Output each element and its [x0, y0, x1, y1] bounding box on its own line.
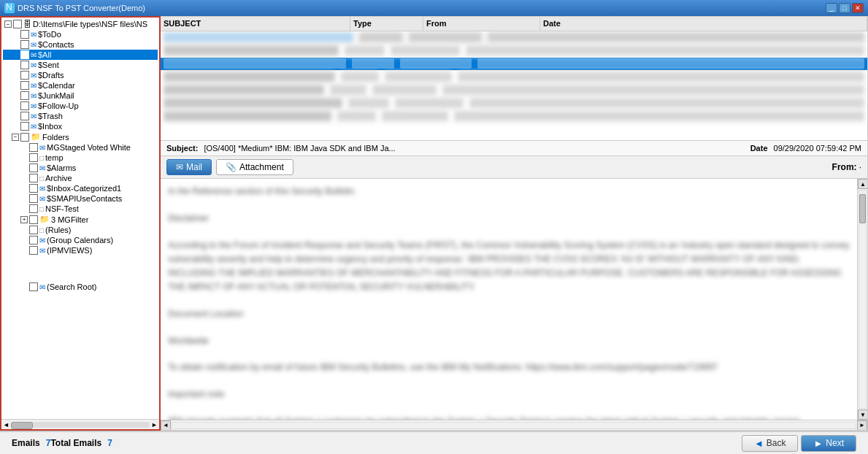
preview-line-8: IBM strongly suggests that all System z …	[168, 415, 850, 420]
ipmviews-checkbox[interactable]	[29, 246, 38, 255]
preview-hscrollbar[interactable]: ◄ ►	[161, 420, 867, 430]
tree-item-archive[interactable]: □ Archive	[3, 173, 158, 183]
tree-item-nsftest[interactable]: □ NSF-Test	[3, 204, 158, 214]
tree-item-calendar[interactable]: ✉ $Calendar	[3, 80, 158, 91]
vscroll-up-btn[interactable]: ▲	[858, 179, 867, 189]
smapi-checkbox[interactable]	[29, 194, 38, 203]
left-scroll-track[interactable]	[11, 422, 150, 428]
group-cal-checkbox[interactable]	[29, 236, 38, 245]
minimize-button[interactable]: _	[826, 3, 837, 13]
table-row[interactable]	[161, 45, 867, 58]
tree-item-drafts[interactable]: ✉ $Drafts	[3, 70, 158, 80]
tree-item-contacts[interactable]: ✉ $Contacts	[3, 39, 158, 50]
table-row[interactable]	[161, 84, 867, 97]
table-row[interactable]	[161, 110, 867, 123]
tree-root-item[interactable]: − 🗄 D:\Items\File types\NSF files\NS	[3, 19, 158, 29]
calendar-checkbox[interactable]	[20, 81, 29, 90]
folders-folder-icon: 📁	[31, 132, 41, 142]
col-header-date[interactable]: Date	[540, 17, 867, 31]
sent-checkbox[interactable]	[20, 61, 29, 69]
tree-item-ipmviews[interactable]: ✉ (IPMVIEWS)	[3, 245, 158, 255]
root-checkbox[interactable]	[13, 20, 22, 28]
table-row[interactable]	[161, 71, 867, 84]
search-root-checkbox[interactable]	[29, 282, 38, 291]
all-checkbox[interactable]	[20, 50, 29, 59]
inbox-mail-icon: ✉	[31, 123, 37, 131]
table-row[interactable]	[161, 97, 867, 110]
followup-label: $Follow-Up	[38, 101, 79, 110]
next-button[interactable]: ► Next	[801, 435, 856, 452]
vscroll-down-btn[interactable]: ▼	[858, 409, 867, 420]
preview-text[interactable]: In the Reference section of this Securit…	[161, 179, 857, 420]
tree-item-junkmail[interactable]: ✉ $JunkMail	[3, 91, 158, 101]
subject-value: [OS/400] *Medium* IBM: IBM Java SDK and …	[204, 144, 737, 153]
email-date	[442, 85, 864, 95]
tree-item-smapi[interactable]: ✉ $SMAPIUseContacts	[3, 193, 158, 204]
tab-mail[interactable]: ✉ Mail	[166, 159, 212, 175]
inbox-checkbox[interactable]	[20, 122, 29, 131]
folders-expand-btn[interactable]: −	[12, 134, 19, 141]
inbox-cat-checkbox[interactable]	[29, 184, 38, 193]
preview-line-4: Document Location	[168, 307, 850, 321]
tree-item-temp[interactable]: □ temp	[3, 153, 158, 163]
total-label: Total Emails	[50, 438, 101, 448]
tree-item-inbox[interactable]: ✉ $Inbox	[3, 121, 158, 131]
col-header-type[interactable]: Type	[350, 17, 423, 31]
col-header-subject[interactable]: SUBJECT	[161, 17, 350, 31]
drafts-checkbox[interactable]	[20, 71, 29, 80]
preview-body: In the Reference section of this Securit…	[161, 179, 867, 420]
left-scroll-right-btn[interactable]: ►	[151, 421, 158, 428]
tree-item-rules[interactable]: □ (Rules)	[3, 225, 158, 235]
hscroll-track[interactable]	[172, 422, 856, 429]
archive-checkbox[interactable]	[29, 174, 38, 182]
tree-item-todo[interactable]: ✉ $ToDo	[3, 29, 158, 39]
left-scroll-thumb[interactable]	[11, 422, 33, 429]
close-button[interactable]: ✕	[852, 3, 864, 13]
tree-item-folders[interactable]: − 📁 Folders	[3, 131, 158, 142]
root-expand-btn[interactable]: −	[4, 20, 12, 28]
tree-item-inbox-cat[interactable]: ✉ $Inbox-Categorized1	[3, 183, 158, 193]
temp-checkbox[interactable]	[29, 153, 38, 162]
tree-item-trash[interactable]: ✉ $Trash	[3, 111, 158, 121]
col-header-from[interactable]: From	[423, 17, 540, 31]
alarms-checkbox[interactable]	[29, 163, 38, 172]
email-rows-container[interactable]	[161, 31, 867, 140]
mgstaged-checkbox[interactable]	[29, 143, 38, 152]
preview-vscrollbar[interactable]: ▲ ▼	[857, 179, 867, 420]
left-hscrollbar[interactable]: ◄ ►	[1, 419, 159, 429]
ipmviews-mail-icon: ✉	[39, 247, 45, 255]
todo-checkbox[interactable]	[20, 30, 29, 39]
back-button[interactable]: ◄ Back	[742, 435, 799, 452]
tree-item-group-cal[interactable]: ✉ (Group Calendars)	[3, 235, 158, 245]
vscroll-track[interactable]	[859, 190, 867, 409]
followup-checkbox[interactable]	[20, 101, 29, 110]
left-scroll-left-btn[interactable]: ◄	[3, 421, 9, 428]
table-row[interactable]	[161, 31, 867, 45]
tree-item-mgfilter[interactable]: + 📁 3 MGFilter	[3, 214, 158, 225]
tree-item-mgstaged[interactable]: ✉ MGStaged Voted White	[3, 142, 158, 153]
rules-checkbox[interactable]	[29, 226, 38, 234]
junkmail-checkbox[interactable]	[20, 91, 29, 100]
email-subject	[164, 85, 324, 95]
tab-attachment[interactable]: 📎 Attachment	[216, 159, 293, 175]
maximize-button[interactable]: □	[839, 3, 850, 13]
trash-checkbox[interactable]	[20, 112, 29, 120]
folders-checkbox[interactable]	[20, 133, 29, 142]
contacts-checkbox[interactable]	[20, 40, 29, 49]
tree-container[interactable]: − 🗄 D:\Items\File types\NSF files\NS ✉ $…	[1, 18, 159, 419]
tree-item-sent[interactable]: ✉ $Sent	[3, 60, 158, 70]
tree-item-search-root[interactable]: ✉ (Search Root)	[3, 282, 158, 292]
total-value: 7	[107, 438, 112, 448]
table-row[interactable]	[161, 58, 867, 71]
mgfilter-expand-btn[interactable]: +	[20, 216, 28, 223]
hscroll-right-btn[interactable]: ►	[857, 420, 867, 431]
hscroll-left-btn[interactable]: ◄	[161, 420, 171, 431]
root-folder-icon: 🗄	[23, 20, 31, 28]
tree-item-all[interactable]: ✉ $All	[3, 50, 158, 60]
tree-item-alarms[interactable]: ✉ $Alarms	[3, 163, 158, 173]
nsftest-checkbox[interactable]	[29, 204, 38, 213]
vscroll-thumb[interactable]	[859, 194, 866, 223]
tree-item-followup[interactable]: ✉ $Follow-Up	[3, 101, 158, 111]
mgfilter-checkbox[interactable]	[29, 215, 38, 224]
email-from	[382, 111, 448, 121]
